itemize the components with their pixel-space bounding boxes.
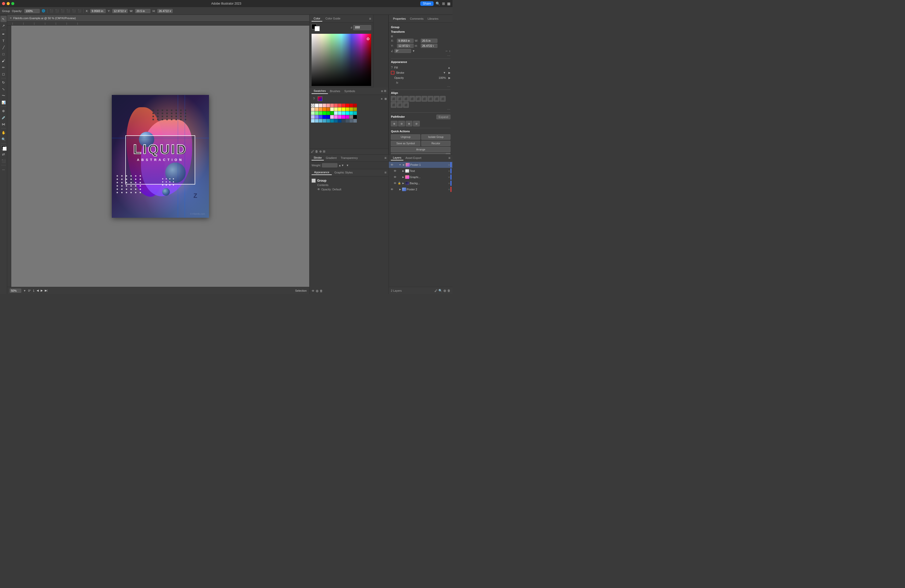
expand-button[interactable]: Expand [437,114,451,119]
swatch-cell[interactable] [315,115,319,119]
warp-tool[interactable]: 〜 [0,93,6,99]
swatch-cell[interactable] [322,103,326,107]
tab-transparency[interactable]: Transparency [339,156,360,160]
appear-trash-icon[interactable]: 🗑 [320,289,323,293]
swatch-cell[interactable] [322,115,326,119]
canvas-container[interactable]: ||||||| [7,22,309,287]
swatch-white[interactable] [315,103,319,107]
angle-prop-input[interactable] [394,49,411,53]
lock-background[interactable]: 🔒 [397,181,401,185]
opacity-input[interactable] [24,9,40,13]
graph-tool[interactable]: 📊 [0,99,6,105]
swatch-question-icon[interactable]: ? [311,96,317,102]
lock-poster-2[interactable] [394,188,398,191]
bg-swatch[interactable] [314,26,320,31]
tab-close-icon[interactable]: ✕ [10,17,12,19]
swatch-cell[interactable] [338,111,341,115]
play-btn[interactable]: ▶ [41,289,43,292]
close-button[interactable] [2,2,5,5]
distribute-h3-btn[interactable]: ⬛ [397,102,403,108]
align-top-btn[interactable]: ⬛ [409,96,415,102]
swatches-menu-icon[interactable]: ≡ [381,89,383,93]
swatch-cell[interactable] [322,108,326,111]
minus-front-btn[interactable]: ⊖ [398,121,405,126]
search-icon[interactable]: 🔍 [436,2,440,6]
swatch-cell[interactable] [338,115,341,119]
appear-eye-icon[interactable]: 👁 [317,188,320,191]
tab-swatches[interactable]: Swatches [311,88,328,94]
swatch-add-icon[interactable]: ⊞ [323,150,325,153]
line-tool[interactable]: ╱ [0,44,6,51]
swatch-cell[interactable] [322,111,326,115]
pencil-tool[interactable]: ✏ [0,64,6,70]
swatches-grid-icon[interactable]: ⊞ [384,89,386,93]
del-layer-icon[interactable]: 🗑 [448,289,451,292]
reflect-icon[interactable]: ↔ [445,49,448,52]
align-right-icon[interactable]: ⬛ [61,9,65,13]
eyedropper-tool[interactable]: 💉 [0,114,6,121]
stroke-more-icon[interactable]: ▶ [448,71,451,75]
swatch-cell[interactable] [349,108,353,111]
tab-stroke[interactable]: Stroke [311,155,324,161]
zoom-input[interactable] [10,289,21,293]
angle-dropdown-icon[interactable]: ▼ [412,49,415,52]
tab-color[interactable]: Color [311,16,322,22]
swatch-cell[interactable] [353,111,357,115]
layers-menu-icon[interactable]: ≡ [448,156,451,160]
swatch-cell[interactable] [342,103,345,107]
color-panel-menu-icon[interactable]: ≡ [369,17,371,21]
swatch-cell[interactable] [342,119,345,122]
eye-text[interactable]: 👁 [393,169,397,173]
w-input[interactable] [135,9,151,13]
w-prop-input[interactable] [421,39,437,43]
eye-graphic[interactable]: 👁 [393,175,397,179]
weight-dropdown[interactable]: ▼ [346,164,349,167]
distribute-v3-btn[interactable]: ⬛ [403,102,409,108]
align-center-icon[interactable]: ⬛ [55,9,59,13]
tab-comments[interactable]: Comments [408,16,426,21]
h-prop-input[interactable] [421,44,437,48]
tab-properties[interactable]: Properties [391,16,408,21]
swatch-cell[interactable] [315,108,319,111]
maximize-button[interactable] [11,2,14,5]
distribute-v-btn[interactable]: ⬛ [434,96,440,102]
tab-graphic-styles[interactable]: Graphic Styles [332,170,355,175]
search-layers-icon[interactable]: 🔍 [438,289,442,292]
screen-mode-btn[interactable]: ⬛ [0,158,6,164]
expand-poster-2[interactable]: ▶ [399,188,402,191]
h-input[interactable] [157,9,173,13]
hex-input[interactable] [353,25,371,30]
target-poster-2[interactable]: ○ [448,188,450,191]
appear-add-icon[interactable]: ⊕ [316,289,319,293]
layer-text[interactable]: 👁 ▶ Text ○ [389,168,452,174]
tab-layers[interactable]: Layers [391,155,403,161]
blend-tool[interactable]: ⋈ [0,121,6,127]
swatch-cell[interactable] [330,103,334,107]
swatch-cell[interactable] [334,103,338,107]
swatch-cell[interactable] [311,115,314,119]
swatch-transparent[interactable] [311,103,314,107]
new-swatch-icon[interactable]: 🖊 [311,150,314,153]
y-input[interactable] [112,9,128,13]
target-graphic[interactable]: ○ [448,176,450,179]
swatch-cell[interactable] [319,115,322,119]
swatch-cell[interactable] [326,108,330,111]
fx-label[interactable]: fx [396,81,398,84]
swatch-color-icon[interactable]: ⊕ [319,150,322,153]
swatch-cell[interactable] [319,111,322,115]
swatch-cell[interactable] [349,103,353,107]
layer-poster-2[interactable]: 👁 ▶ Poster 2 ○ [389,186,452,192]
tab-brushes[interactable]: Brushes [328,89,342,94]
align-left-btn[interactable]: ⬛ [391,96,397,102]
intersect-btn[interactable]: ⊗ [406,121,412,126]
align-left-icon[interactable]: ⬛ [50,9,53,13]
exclude-btn[interactable]: ⊘ [413,121,420,126]
swatch-cell[interactable] [315,111,319,115]
swatch-cell[interactable] [342,111,345,115]
expand-graphic[interactable]: ▶ [402,176,405,178]
swatch-cell[interactable] [334,119,338,122]
share-button[interactable]: Share [420,1,433,6]
del-swatch-icon[interactable]: 🗑 [315,150,318,153]
swatch-cell[interactable] [346,119,349,122]
swatch-cell[interactable] [330,119,334,122]
